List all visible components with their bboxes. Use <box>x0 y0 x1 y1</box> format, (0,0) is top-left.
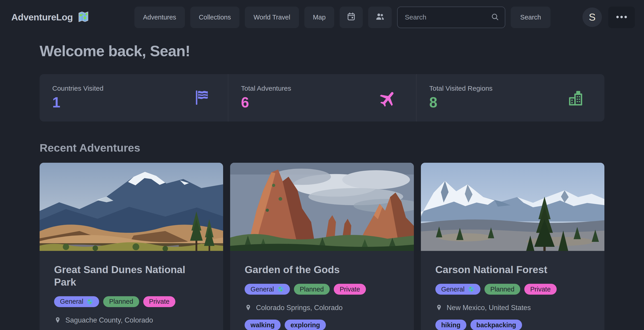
adventure-card-garden-of-the-gods[interactable]: Garden of the Gods General Planned Priva… <box>230 163 414 330</box>
badge-general: General <box>435 284 480 295</box>
badge-general: General <box>54 296 99 307</box>
overflow-menu-button[interactable] <box>608 7 635 28</box>
page-title: Welcome back, Sean! <box>40 42 604 60</box>
tag-backpacking: backpacking <box>470 319 522 330</box>
plane-icon <box>379 88 398 108</box>
map-logo-icon <box>78 11 89 24</box>
badge-planned: Planned <box>103 296 139 307</box>
calendar-icon <box>346 12 356 23</box>
city-icon <box>567 88 587 108</box>
nav-item-adventures[interactable]: Adventures <box>134 7 185 28</box>
location-text: New Mexico, United States <box>447 304 531 312</box>
users-icon <box>375 12 385 23</box>
badge-row: General Planned Private <box>54 296 209 307</box>
adventure-card-great-sand-dunes[interactable]: Great Sand Dunes National Park General P… <box>40 163 223 330</box>
badge-private: Private <box>334 284 366 295</box>
card-photo-red-rock-spires <box>230 163 414 251</box>
badge-planned: Planned <box>294 284 330 295</box>
stat-value: 1 <box>52 95 215 110</box>
ellipsis-icon <box>615 14 628 20</box>
nav-item-world-travel[interactable]: World Travel <box>245 7 299 28</box>
avatar[interactable]: S <box>582 8 602 27</box>
search-button[interactable]: Search <box>511 7 550 28</box>
tag-walking: walking <box>244 319 280 330</box>
search-field-wrap <box>397 7 505 28</box>
card-photo-sand-dunes <box>40 163 223 251</box>
card-body: Carson National Forest General Planned P… <box>421 251 604 330</box>
card-title: Great Sand Dunes National Park <box>54 264 209 288</box>
calendar-button[interactable] <box>340 7 363 28</box>
badge-general: General <box>244 284 290 295</box>
nav-links: Adventures Collections World Travel Map <box>134 7 392 28</box>
stat-countries-visited: Countries Visited 1 <box>40 74 228 121</box>
location-row: Colorado Springs, Colorado <box>244 304 399 312</box>
stat-total-visited-regions: Total Visited Regions 8 <box>416 74 604 121</box>
users-button[interactable] <box>368 7 392 28</box>
card-title: Garden of the Gods <box>244 264 399 276</box>
nav-item-collections[interactable]: Collections <box>190 7 240 28</box>
card-body: Great Sand Dunes National Park General P… <box>40 251 223 330</box>
map-pin-icon <box>54 317 61 324</box>
stat-total-adventures: Total Adventures 6 <box>228 74 416 121</box>
stat-label: Countries Visited <box>52 85 215 92</box>
card-body: Garden of the Gods General Planned Priva… <box>230 251 414 330</box>
location-row: New Mexico, United States <box>435 304 590 312</box>
location-text: Saguache County, Colorado <box>66 316 153 324</box>
search-icon <box>490 12 500 22</box>
nav-item-map[interactable]: Map <box>304 7 334 28</box>
adventure-card-carson-national-forest[interactable]: Carson National Forest General Planned P… <box>421 163 604 330</box>
tag-hiking: hiking <box>435 319 466 330</box>
tag-exploring: exploring <box>285 319 326 330</box>
brand-logo[interactable]: AdventureLog <box>11 11 89 24</box>
map-pin-icon <box>435 304 442 311</box>
badge-planned: Planned <box>484 284 520 295</box>
globe-icon <box>468 286 474 293</box>
globe-icon <box>277 286 284 293</box>
location-row: Saguache County, Colorado <box>54 316 209 324</box>
tag-row: hiking backpacking <box>435 319 590 330</box>
badge-private: Private <box>143 296 175 307</box>
navbar: AdventureLog Adventures Collections Worl… <box>0 0 644 35</box>
location-text: Colorado Springs, Colorado <box>256 304 342 312</box>
map-pin-icon <box>244 304 252 311</box>
brand-title: AdventureLog <box>11 12 73 23</box>
section-title: Recent Adventures <box>40 141 604 154</box>
globe-icon <box>86 298 93 305</box>
stats-panel: Countries Visited 1 Total Adventures 6 <box>40 74 604 121</box>
tag-row: walking exploring <box>244 319 399 330</box>
flag-icon <box>193 89 210 107</box>
search-input[interactable] <box>397 7 505 28</box>
badge-private: Private <box>524 284 556 295</box>
card-title: Carson National Forest <box>435 264 590 276</box>
main-content: Welcome back, Sean! Countries Visited 1 … <box>0 42 644 330</box>
card-photo-snowy-range <box>421 163 604 251</box>
badge-row: General Planned Private <box>244 284 399 295</box>
recent-adventures-grid: Great Sand Dunes National Park General P… <box>40 163 604 330</box>
badge-row: General Planned Private <box>435 284 590 295</box>
